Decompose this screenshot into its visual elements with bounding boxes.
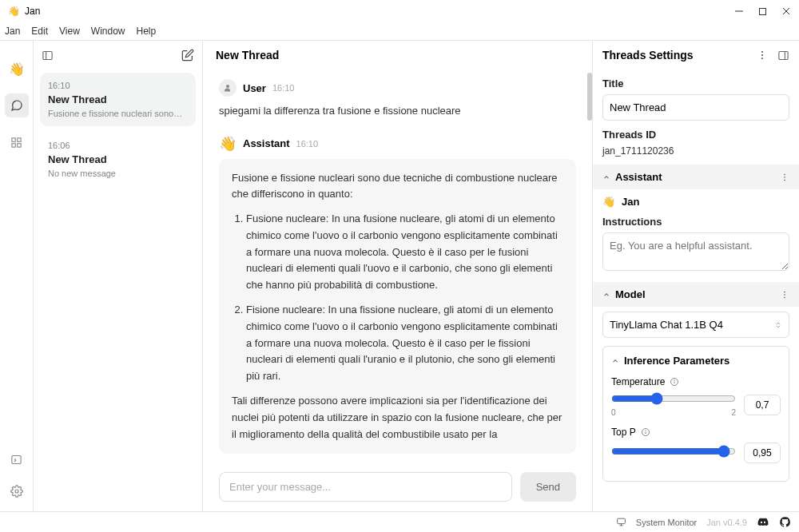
assistant-bubble: Fusione e fissione nucleari sono due tec… [219,159,576,455]
assistant-list-item: Fusione nucleare: In una fusione nuclear… [246,211,563,294]
chat-icon [10,99,23,112]
svg-point-12 [226,85,229,88]
svg-rect-10 [43,51,52,59]
chat-panel: New Thread User 16:10 spiegami la differ… [203,41,593,511]
user-name: User [243,82,266,94]
svg-point-29 [645,431,646,431]
svg-point-20 [784,179,785,181]
assistant-message: 👋 Assistant 16:10 Fusione e fissione nuc… [219,135,576,455]
menu-view[interactable]: View [59,26,80,37]
wave-icon: 👋 [9,62,25,77]
assistant-list-item: Fisione nucleare: In una fissione nuclea… [246,302,563,385]
svg-point-14 [761,54,763,56]
topp-value[interactable]: 0,95 [744,443,781,463]
temperature-slider[interactable] [611,392,736,405]
window-title: Jan [25,6,40,17]
thread-preview: No new message [48,169,188,178]
thread-time: 16:06 [48,141,188,150]
system-monitor-link[interactable]: System Monitor [636,518,697,527]
svg-rect-16 [779,51,788,59]
minimize-button[interactable] [734,6,744,16]
scrollbar[interactable] [587,73,592,121]
nav-apps[interactable] [5,130,29,154]
svg-point-18 [784,173,785,175]
message-time: 16:10 [296,139,319,149]
user-message: User 16:10 spiegami la differenza tra fu… [219,79,576,119]
threads-id-value: jan_1711120236 [602,145,789,157]
new-thread-icon[interactable] [181,49,194,62]
title-label: Title [602,77,789,89]
thread-time: 16:10 [48,81,188,90]
svg-point-19 [784,177,785,178]
topp-param: Top P 0,95 [611,427,781,463]
thread-title-input[interactable] [602,94,789,121]
model-section-header[interactable]: Model [593,282,799,307]
inference-parameters: Inference Parameters Temperature 02 0,7 [602,346,789,482]
svg-rect-7 [18,143,21,146]
svg-point-22 [784,294,785,296]
svg-point-9 [15,490,18,493]
message-input[interactable] [219,472,512,502]
github-icon[interactable] [779,516,791,528]
menu-bar: Jan Edit View Window Help [0,22,799,40]
assistant-avatar: 👋 [219,135,237,153]
chevron-up-icon [611,357,619,365]
chat-input-row: Send [203,463,592,511]
collapse-left-icon[interactable] [42,50,54,62]
nav-chat[interactable] [5,93,29,117]
maximize-button[interactable] [758,7,767,16]
menu-jan[interactable]: Jan [5,26,20,37]
menu-window[interactable]: Window [91,26,125,37]
menu-edit[interactable]: Edit [31,26,48,37]
info-icon[interactable] [670,377,679,387]
main-area: 👋 [0,40,799,511]
svg-rect-30 [617,518,625,524]
nav-settings[interactable] [5,479,29,503]
message-time: 16:10 [272,83,295,93]
close-button[interactable] [781,6,791,16]
nav-system[interactable] [5,447,29,471]
svg-point-21 [784,291,785,292]
svg-point-15 [761,58,763,59]
assistant-name: Assistant [243,137,290,149]
assistant-outro: Tali differenze possono avere implicazio… [232,393,563,443]
thread-item[interactable]: 16:10 New Thread Fusione e fissione nucl… [40,73,196,126]
assistant-intro: Fusione e fissione nucleari sono due tec… [232,170,563,204]
nav-home[interactable]: 👋 [5,57,29,81]
menu-help[interactable]: Help [137,26,157,37]
thread-title: New Thread [48,93,188,105]
user-text: spiegami la differenza tra fusione e fis… [219,103,576,119]
chat-body: User 16:10 spiegami la differenza tra fu… [203,69,592,463]
model-select[interactable]: TinyLlama Chat 1.1B Q4 [602,312,789,338]
svg-rect-6 [12,143,15,146]
topp-slider[interactable] [611,445,736,458]
inference-header: Inference Parameters [624,355,729,367]
svg-rect-4 [12,137,15,141]
thread-list: 16:10 New Thread Fusione e fissione nucl… [34,41,203,511]
svg-rect-8 [12,455,21,463]
temperature-value[interactable]: 0,7 [744,395,781,415]
collapse-right-icon[interactable] [777,50,789,62]
thread-preview: Fusione e fissione nucleari sono… [48,109,188,118]
thread-item[interactable]: 16:06 New Thread No new message [40,133,196,186]
nav-rail: 👋 [0,41,34,511]
assistant-section-header[interactable]: Assistant [593,165,799,189]
discord-icon[interactable] [757,517,769,528]
send-button[interactable]: Send [520,472,576,502]
more-icon[interactable] [780,290,789,300]
user-avatar [219,79,237,97]
title-bar: 👋 Jan [0,0,799,22]
settings-panel: Threads Settings Title Threads ID jan_17… [593,41,799,511]
status-bar: System Monitor Jan v0.4.9 [0,511,799,532]
app-icon: 👋 [8,6,20,17]
instructions-input[interactable] [602,232,789,271]
svg-rect-5 [18,137,21,141]
sort-icon [774,320,782,330]
info-icon[interactable] [641,427,650,437]
version-label: Jan v0.4.9 [706,518,747,527]
more-icon[interactable] [780,173,789,182]
more-icon[interactable] [757,50,768,61]
threads-id-label: Threads ID [602,129,789,141]
assistant-identity: 👋 Jan [602,196,789,208]
wave-icon: 👋 [602,196,615,208]
